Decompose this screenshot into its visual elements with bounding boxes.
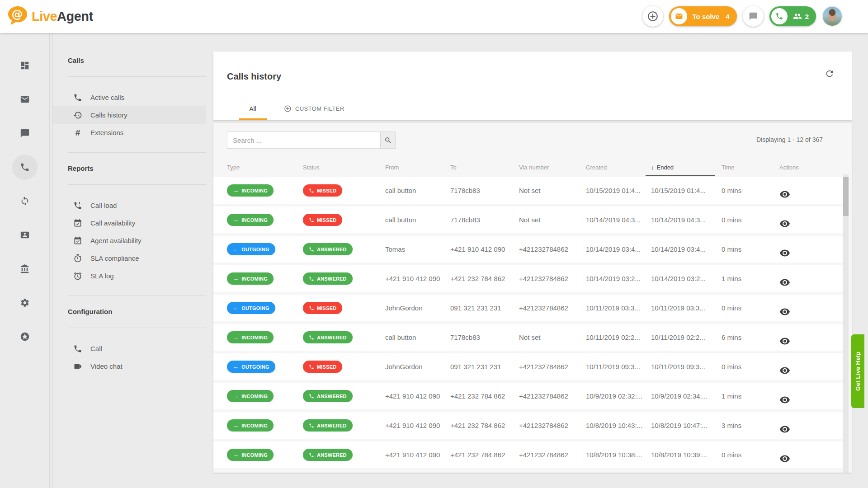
rail-item-star[interactable] <box>12 324 38 349</box>
type-badge: →INCOMING <box>227 272 274 285</box>
type-badge: →INCOMING <box>227 390 274 402</box>
phone-icon <box>309 364 314 370</box>
eye-icon <box>779 306 790 317</box>
column-header-time[interactable]: Time <box>722 160 779 174</box>
type-badge: →INCOMING <box>227 184 274 197</box>
rail-item-sync[interactable] <box>12 188 38 214</box>
column-header-ended[interactable]: ↓Ended <box>651 160 722 174</box>
view-call-button[interactable] <box>779 365 843 376</box>
status-badge: MISSED <box>303 302 342 314</box>
column-header-from[interactable]: From <box>385 160 450 174</box>
to-solve-count: 4 <box>726 13 729 20</box>
created-cell: 10/14/2019 03:4... <box>586 245 651 253</box>
to-solve-button[interactable]: To solve 4 <box>669 6 737 26</box>
sidebar-item-call[interactable]: Call <box>53 340 206 357</box>
tab-custom-filter[interactable]: CUSTOM FILTER <box>284 105 344 120</box>
ended-cell: 10/8/2019 10:47:... <box>651 422 722 429</box>
status-badge: ANSWERED <box>303 243 353 255</box>
sidebar-item-active-calls[interactable]: Active calls <box>53 89 206 106</box>
eye-icon <box>779 365 790 376</box>
view-call-button[interactable] <box>779 394 843 405</box>
view-call-button[interactable] <box>779 277 843 288</box>
view-call-button[interactable] <box>779 306 843 317</box>
column-header-actions[interactable]: Actions <box>779 160 843 174</box>
type-badge: ←OUTGOING <box>227 361 275 373</box>
call-row: →INCOMINGMISSEDcall button7178cb83Not se… <box>213 177 843 204</box>
status-badge: MISSED <box>303 361 342 373</box>
status-badge: ANSWERED <box>303 390 353 402</box>
plus-circle-icon <box>284 105 292 113</box>
rail-item-mail[interactable] <box>12 87 38 112</box>
history-icon <box>73 111 82 120</box>
search-input[interactable] <box>227 131 381 149</box>
sidebar-item-extensions[interactable]: #Extensions <box>53 124 206 141</box>
liveagent-wordmark: LiveAgent <box>32 9 93 24</box>
view-call-button[interactable] <box>779 218 843 229</box>
sort-desc-arrow: ↓ <box>651 164 654 171</box>
view-call-button[interactable] <box>779 453 843 464</box>
rail-item-phone[interactable] <box>12 155 38 180</box>
via-number-cell: +421232784862 <box>519 245 586 253</box>
get-live-help-tab[interactable]: Get Live Help <box>851 334 864 408</box>
chats-button[interactable] <box>743 6 764 27</box>
view-call-button[interactable] <box>779 336 843 347</box>
time-cell: 6 mins <box>722 333 779 341</box>
phone-icon <box>309 305 314 311</box>
column-header-created[interactable]: Created <box>586 160 651 174</box>
sidebar-item-call-availability[interactable]: Call availability <box>53 214 206 232</box>
column-header-via-number[interactable]: Via number <box>519 160 586 174</box>
to-cell: +421 232 784 862 <box>450 422 519 429</box>
via-number-cell: +421232784862 <box>519 275 586 282</box>
rail-item-chat[interactable] <box>12 121 38 146</box>
phone-icon <box>20 162 30 172</box>
ended-cell: 10/11/2019 09:3... <box>651 363 722 371</box>
column-header-status[interactable]: Status <box>303 160 385 174</box>
call-row: →INCOMINGANSWERED+421 910 412 090+421 23… <box>213 383 843 409</box>
type-badge: →INCOMING <box>227 214 274 226</box>
sidebar: CallsActive callsCalls history#Extension… <box>53 33 206 488</box>
sidebar-item-sla-log[interactable]: SLA log <box>53 267 206 285</box>
ended-cell: 10/15/2019 01:4... <box>651 187 722 194</box>
column-header-to[interactable]: To <box>450 160 519 174</box>
calls-online-button[interactable]: 2 <box>769 6 816 26</box>
sidebar-item-agent-availability[interactable]: Agent availability <box>53 232 206 249</box>
calls-online-count: 2 <box>805 13 809 20</box>
call-row: ←OUTGOINGMISSEDJohnGordon091 321 231 231… <box>213 353 843 380</box>
view-call-button[interactable] <box>779 189 843 200</box>
icon-rail <box>0 33 50 488</box>
status-badge: MISSED <box>303 184 342 197</box>
rail-item-settings[interactable] <box>12 290 38 315</box>
sidebar-item-calls-history[interactable]: Calls history <box>53 106 206 124</box>
column-header-type[interactable]: Type <box>227 160 303 174</box>
calls-history-header-card: Calls history All CUSTOM FILTER <box>213 52 852 120</box>
scrollbar-thumb[interactable] <box>843 177 849 216</box>
arrow-left-icon: ← <box>233 246 239 253</box>
arrow-left-icon: ← <box>233 305 239 311</box>
from-cell: +421 910 412 090 <box>385 422 450 429</box>
eye-icon <box>779 453 790 464</box>
rail-item-dashboard[interactable] <box>12 53 38 78</box>
rail-item-bank[interactable] <box>12 256 38 282</box>
tab-all[interactable]: All <box>239 105 267 120</box>
sidebar-item-video-chat[interactable]: Video chat <box>53 357 206 375</box>
liveagent-logo[interactable]: @ LiveAgent <box>6 5 93 28</box>
view-call-button[interactable] <box>779 248 843 258</box>
pagination-status: Displaying 1 - 12 of 367 <box>756 136 823 143</box>
table-scrollbar[interactable] <box>843 174 849 473</box>
user-avatar[interactable] <box>822 6 843 27</box>
via-number-cell: +421232784862 <box>519 392 586 400</box>
chat-icon <box>749 12 758 21</box>
view-call-button[interactable] <box>779 424 843 435</box>
rail-item-contacts[interactable] <box>12 222 38 248</box>
arrow-right-icon: → <box>233 216 239 223</box>
plus-circle-icon <box>647 10 659 22</box>
time-cell: 0 mins <box>722 245 779 253</box>
arrow-right-icon: → <box>233 275 239 282</box>
created-cell: 10/11/2019 02:2... <box>586 333 651 341</box>
add-button[interactable] <box>642 6 663 27</box>
sidebar-item-call-load[interactable]: Call load <box>53 197 206 214</box>
search-button[interactable] <box>381 131 396 149</box>
refresh-button[interactable] <box>825 69 835 79</box>
sidebar-item-sla-compliance[interactable]: SLA compliance <box>53 249 206 267</box>
star-icon <box>20 332 30 342</box>
